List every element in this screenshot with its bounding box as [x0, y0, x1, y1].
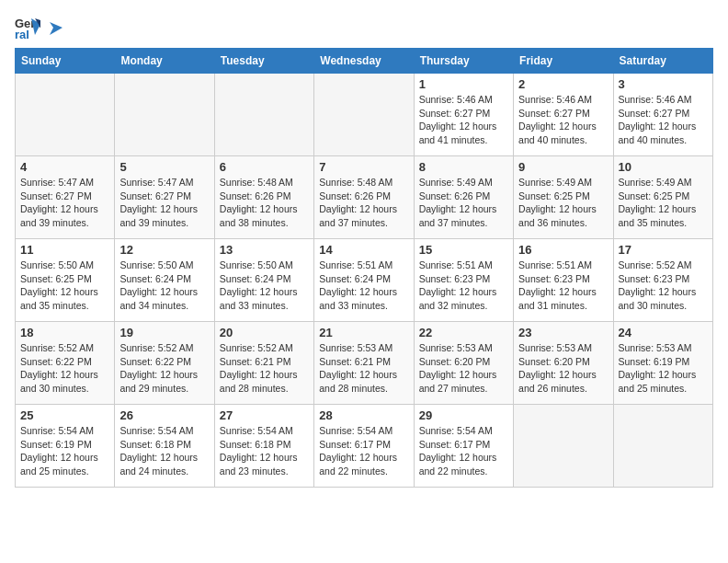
- day-number: 23: [518, 326, 608, 339]
- day-detail: Sunrise: 5:52 AMSunset: 6:22 PMDaylight:…: [20, 341, 109, 396]
- day-detail: Sunrise: 5:51 AMSunset: 6:23 PMDaylight:…: [419, 259, 508, 313]
- calendar-cell: [115, 74, 214, 156]
- week-row-5: 25Sunrise: 5:54 AMSunset: 6:19 PMDayligh…: [16, 405, 713, 488]
- day-detail: Sunrise: 5:54 AMSunset: 6:17 PMDaylight:…: [419, 424, 508, 478]
- day-detail: Sunrise: 5:53 AMSunset: 6:20 PMDaylight:…: [419, 341, 508, 396]
- day-number: 2: [518, 77, 608, 91]
- calendar-cell: 1Sunrise: 5:46 AMSunset: 6:27 PMDaylight…: [414, 74, 513, 156]
- day-number: 22: [419, 326, 508, 339]
- day-detail: Sunrise: 5:53 AMSunset: 6:19 PMDaylight:…: [619, 341, 708, 396]
- day-detail: Sunrise: 5:53 AMSunset: 6:21 PMDaylight:…: [319, 341, 408, 396]
- week-row-1: 1Sunrise: 5:46 AMSunset: 6:27 PMDaylight…: [16, 74, 713, 156]
- calendar-cell: 17Sunrise: 5:52 AMSunset: 6:23 PMDayligh…: [613, 239, 712, 322]
- column-header-friday: Friday: [514, 49, 613, 74]
- calendar-cell: 20Sunrise: 5:52 AMSunset: 6:21 PMDayligh…: [214, 322, 313, 405]
- calendar-cell: 13Sunrise: 5:50 AMSunset: 6:24 PMDayligh…: [214, 239, 313, 322]
- day-number: 11: [20, 243, 109, 257]
- day-detail: Sunrise: 5:54 AMSunset: 6:17 PMDaylight:…: [319, 424, 408, 478]
- day-number: 15: [419, 243, 508, 257]
- calendar-cell: 5Sunrise: 5:47 AMSunset: 6:27 PMDaylight…: [115, 156, 214, 239]
- day-number: 8: [419, 160, 508, 174]
- calendar-cell: 15Sunrise: 5:51 AMSunset: 6:23 PMDayligh…: [414, 239, 513, 322]
- day-detail: Sunrise: 5:51 AMSunset: 6:24 PMDaylight:…: [319, 259, 408, 313]
- day-detail: Sunrise: 5:47 AMSunset: 6:27 PMDaylight:…: [119, 176, 209, 230]
- day-number: 14: [319, 243, 408, 257]
- calendar-cell: [314, 74, 414, 156]
- day-number: 12: [119, 243, 209, 257]
- day-detail: Sunrise: 5:50 AMSunset: 6:25 PMDaylight:…: [20, 259, 109, 313]
- calendar-cell: [16, 74, 115, 156]
- day-number: 5: [119, 160, 209, 174]
- column-header-tuesday: Tuesday: [214, 49, 313, 74]
- day-detail: Sunrise: 5:46 AMSunset: 6:27 PMDaylight:…: [619, 93, 708, 147]
- day-number: 16: [518, 243, 608, 257]
- day-detail: Sunrise: 5:50 AMSunset: 6:24 PMDaylight:…: [119, 259, 209, 313]
- day-detail: Sunrise: 5:48 AMSunset: 6:26 PMDaylight:…: [319, 176, 408, 230]
- calendar-cell: 11Sunrise: 5:50 AMSunset: 6:25 PMDayligh…: [16, 239, 115, 322]
- calendar-cell: 9Sunrise: 5:49 AMSunset: 6:25 PMDaylight…: [514, 156, 613, 239]
- day-number: 6: [220, 160, 309, 174]
- calendar-cell: 28Sunrise: 5:54 AMSunset: 6:17 PMDayligh…: [314, 405, 414, 488]
- calendar-cell: 2Sunrise: 5:46 AMSunset: 6:27 PMDaylight…: [514, 74, 613, 156]
- column-header-thursday: Thursday: [414, 49, 513, 74]
- svg-text:ral: ral: [15, 28, 29, 40]
- column-header-saturday: Saturday: [613, 49, 712, 74]
- day-number: 25: [20, 408, 109, 422]
- calendar-cell: 14Sunrise: 5:51 AMSunset: 6:24 PMDayligh…: [314, 239, 414, 322]
- calendar-cell: 29Sunrise: 5:54 AMSunset: 6:17 PMDayligh…: [414, 405, 513, 488]
- calendar-cell: 24Sunrise: 5:53 AMSunset: 6:19 PMDayligh…: [613, 322, 712, 405]
- day-number: 24: [619, 326, 708, 339]
- day-detail: Sunrise: 5:49 AMSunset: 6:26 PMDaylight:…: [419, 176, 508, 230]
- calendar-cell: 7Sunrise: 5:48 AMSunset: 6:26 PMDaylight…: [314, 156, 414, 239]
- calendar-cell: [214, 74, 313, 156]
- calendar-cell: 6Sunrise: 5:48 AMSunset: 6:26 PMDaylight…: [214, 156, 313, 239]
- day-detail: Sunrise: 5:49 AMSunset: 6:25 PMDaylight:…: [518, 176, 608, 230]
- day-number: 21: [319, 326, 408, 339]
- week-row-2: 4Sunrise: 5:47 AMSunset: 6:27 PMDaylight…: [16, 156, 713, 239]
- day-detail: Sunrise: 5:52 AMSunset: 6:22 PMDaylight:…: [119, 341, 209, 396]
- day-detail: Sunrise: 5:54 AMSunset: 6:18 PMDaylight:…: [220, 424, 309, 478]
- day-detail: Sunrise: 5:54 AMSunset: 6:19 PMDaylight:…: [20, 424, 109, 478]
- day-detail: Sunrise: 5:48 AMSunset: 6:26 PMDaylight:…: [220, 176, 309, 230]
- calendar-cell: 12Sunrise: 5:50 AMSunset: 6:24 PMDayligh…: [115, 239, 214, 322]
- day-number: 9: [518, 160, 608, 174]
- day-number: 3: [619, 77, 708, 91]
- calendar-cell: 10Sunrise: 5:49 AMSunset: 6:25 PMDayligh…: [613, 156, 712, 239]
- day-number: 18: [20, 326, 109, 339]
- logo: Gene ral: [15, 15, 64, 40]
- calendar-cell: 3Sunrise: 5:46 AMSunset: 6:27 PMDaylight…: [613, 74, 712, 156]
- day-number: 7: [319, 160, 408, 174]
- calendar-table: SundayMondayTuesdayWednesdayThursdayFrid…: [15, 48, 713, 488]
- days-header-row: SundayMondayTuesdayWednesdayThursdayFrid…: [16, 49, 713, 74]
- day-number: 27: [220, 408, 309, 422]
- calendar-cell: 18Sunrise: 5:52 AMSunset: 6:22 PMDayligh…: [16, 322, 115, 405]
- day-detail: Sunrise: 5:52 AMSunset: 6:23 PMDaylight:…: [619, 259, 708, 313]
- logo-arrow: [46, 18, 64, 37]
- calendar-cell: 23Sunrise: 5:53 AMSunset: 6:20 PMDayligh…: [514, 322, 613, 405]
- calendar-cell: 16Sunrise: 5:51 AMSunset: 6:23 PMDayligh…: [514, 239, 613, 322]
- day-number: 10: [619, 160, 708, 174]
- day-detail: Sunrise: 5:47 AMSunset: 6:27 PMDaylight:…: [20, 176, 109, 230]
- calendar-cell: 19Sunrise: 5:52 AMSunset: 6:22 PMDayligh…: [115, 322, 214, 405]
- calendar-cell: [613, 405, 712, 488]
- day-detail: Sunrise: 5:46 AMSunset: 6:27 PMDaylight:…: [518, 93, 608, 147]
- day-detail: Sunrise: 5:49 AMSunset: 6:25 PMDaylight:…: [619, 176, 708, 230]
- calendar-cell: [514, 405, 613, 488]
- day-number: 20: [220, 326, 309, 339]
- day-detail: Sunrise: 5:50 AMSunset: 6:24 PMDaylight:…: [220, 259, 309, 313]
- logo-icon: Gene ral: [15, 15, 40, 40]
- day-detail: Sunrise: 5:51 AMSunset: 6:23 PMDaylight:…: [518, 259, 608, 313]
- calendar-cell: 26Sunrise: 5:54 AMSunset: 6:18 PMDayligh…: [115, 405, 214, 488]
- calendar-cell: 27Sunrise: 5:54 AMSunset: 6:18 PMDayligh…: [214, 405, 313, 488]
- week-row-4: 18Sunrise: 5:52 AMSunset: 6:22 PMDayligh…: [16, 322, 713, 405]
- day-detail: Sunrise: 5:54 AMSunset: 6:18 PMDaylight:…: [119, 424, 209, 478]
- day-number: 1: [419, 77, 508, 91]
- day-number: 13: [220, 243, 309, 257]
- calendar-cell: 22Sunrise: 5:53 AMSunset: 6:20 PMDayligh…: [414, 322, 513, 405]
- day-number: 4: [20, 160, 109, 174]
- week-row-3: 11Sunrise: 5:50 AMSunset: 6:25 PMDayligh…: [16, 239, 713, 322]
- day-detail: Sunrise: 5:53 AMSunset: 6:20 PMDaylight:…: [518, 341, 608, 396]
- column-header-wednesday: Wednesday: [314, 49, 414, 74]
- day-detail: Sunrise: 5:46 AMSunset: 6:27 PMDaylight:…: [419, 93, 508, 147]
- day-detail: Sunrise: 5:52 AMSunset: 6:21 PMDaylight:…: [220, 341, 309, 396]
